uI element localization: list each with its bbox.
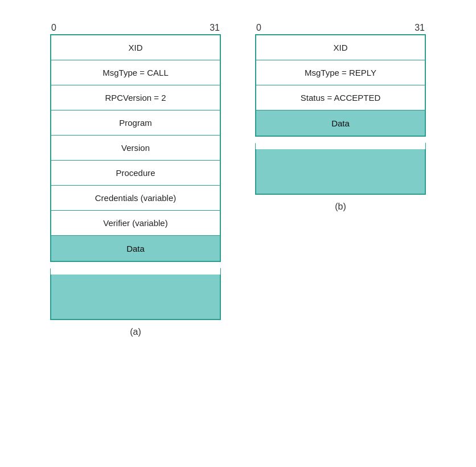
row-xid-a: XID	[51, 35, 220, 60]
packet-box-b: XID MsgType = REPLY Status = ACCEPTED Da…	[255, 34, 426, 137]
data-continuation-b	[255, 149, 426, 195]
bit-labels-b: 0 31	[255, 23, 426, 33]
row-verifier-a: Verifier (variable)	[51, 211, 220, 236]
row-program-a: Program	[51, 110, 220, 136]
bit-start-a: 0	[51, 23, 56, 33]
bit-labels-a: 0 31	[50, 23, 221, 33]
row-data-b: Data	[256, 110, 425, 136]
row-msgtype-b: MsgType = REPLY	[256, 60, 425, 85]
diagram-a: 0 31 XID MsgType = CALL RPCVersion = 2 P…	[50, 23, 221, 337]
row-rpcversion-a: RPCVersion = 2	[51, 85, 220, 110]
zigzag-b	[255, 137, 426, 149]
zigzag-a	[50, 262, 221, 275]
row-version-a: Version	[51, 136, 220, 161]
row-msgtype-a: MsgType = CALL	[51, 60, 220, 85]
diagram-label-b: (b)	[335, 202, 346, 212]
bit-end-a: 31	[210, 23, 220, 33]
row-credentials-a: Credentials (variable)	[51, 186, 220, 211]
bit-start-b: 0	[256, 23, 261, 33]
packet-box-a: XID MsgType = CALL RPCVersion = 2 Progra…	[50, 34, 221, 262]
bit-end-b: 31	[415, 23, 425, 33]
row-status-b: Status = ACCEPTED	[256, 85, 425, 110]
row-xid-b: XID	[256, 35, 425, 60]
diagrams-container: 0 31 XID MsgType = CALL RPCVersion = 2 P…	[11, 23, 465, 337]
diagram-label-a: (a)	[130, 327, 141, 337]
data-continuation-a	[50, 275, 221, 320]
row-procedure-a: Procedure	[51, 161, 220, 186]
row-data-a: Data	[51, 236, 220, 261]
diagram-b: 0 31 XID MsgType = REPLY Status = ACCEPT…	[255, 23, 426, 212]
